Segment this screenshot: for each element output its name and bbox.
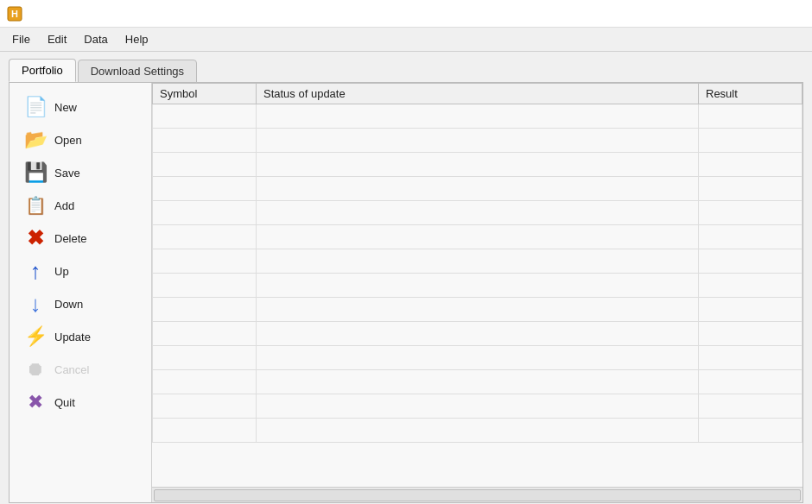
menu-help[interactable]: Help	[117, 31, 157, 47]
table-cell	[699, 153, 802, 177]
up-icon: ↑	[23, 259, 48, 283]
table-cell	[257, 346, 699, 370]
tab-portfolio[interactable]: Portfolio	[9, 59, 76, 82]
table-row[interactable]	[153, 201, 802, 225]
table-cell	[153, 201, 257, 225]
table-row[interactable]	[153, 394, 802, 419]
table-row[interactable]	[153, 298, 802, 322]
panel: 📄 New 📂 Open 💾 Save 📋 Add ✖ Delete ↑	[9, 82, 803, 503]
table-cell	[257, 129, 699, 153]
table-cell	[153, 419, 257, 443]
tab-download-settings[interactable]: Download Settings	[78, 60, 197, 83]
table-cell	[699, 177, 802, 201]
table-cell	[153, 322, 257, 346]
table-row[interactable]	[153, 370, 802, 394]
table-cell	[153, 298, 257, 322]
table-cell	[699, 225, 802, 249]
main-content: Portfolio Download Settings 📄 New 📂 Open…	[0, 52, 812, 504]
toolbar-quit[interactable]: ✖ Quit	[18, 387, 143, 418]
table-row[interactable]	[153, 346, 802, 370]
table-cell	[257, 370, 699, 394]
table-cell	[153, 370, 257, 394]
cancel-icon: ⏺	[23, 357, 48, 381]
menu-edit[interactable]: Edit	[39, 31, 75, 47]
menu-data[interactable]: Data	[75, 31, 116, 47]
table-row[interactable]	[153, 419, 802, 443]
table-cell	[257, 153, 699, 177]
table-cell	[699, 370, 802, 394]
table-row[interactable]	[153, 177, 802, 201]
table-scroll[interactable]: Symbol Status of update Result	[152, 83, 802, 487]
table-cell	[257, 225, 699, 249]
toolbar-down[interactable]: ↓ Down	[18, 288, 143, 319]
col-status: Status of update	[257, 84, 699, 104]
up-label: Up	[54, 265, 69, 278]
add-label: Add	[54, 199, 74, 212]
table-row[interactable]	[153, 322, 802, 346]
table-cell	[699, 394, 802, 419]
table-cell	[257, 322, 699, 346]
table-cell	[699, 201, 802, 225]
table-cell	[257, 249, 699, 274]
horizontal-scrollbar[interactable]	[152, 487, 802, 502]
toolbar: 📄 New 📂 Open 💾 Save 📋 Add ✖ Delete ↑	[10, 83, 152, 502]
toolbar-save[interactable]: 💾 Save	[18, 157, 143, 188]
new-label: New	[54, 101, 77, 114]
table-header-row: Symbol Status of update Result	[153, 84, 802, 104]
quit-icon: ✖	[23, 390, 48, 414]
down-icon: ↓	[23, 292, 48, 316]
table-cell	[153, 225, 257, 249]
table-cell	[153, 394, 257, 419]
table-cell	[699, 249, 802, 274]
table-cell	[699, 419, 802, 443]
add-icon: 📋	[23, 193, 48, 217]
new-icon: 📄	[23, 95, 48, 119]
scrollbar-track	[154, 489, 801, 501]
table-row[interactable]	[153, 153, 802, 177]
table-cell	[699, 322, 802, 346]
toolbar-up[interactable]: ↑ Up	[18, 255, 143, 287]
toolbar-add[interactable]: 📋 Add	[18, 190, 143, 221]
delete-icon: ✖	[23, 226, 48, 250]
table-cell	[699, 104, 802, 129]
window-controls	[726, 4, 805, 23]
toolbar-new[interactable]: 📄 New	[18, 91, 143, 123]
app-icon: H	[7, 6, 22, 22]
table-cell	[153, 177, 257, 201]
toolbar-delete[interactable]: ✖ Delete	[18, 223, 143, 254]
data-table: Symbol Status of update Result	[152, 83, 802, 443]
col-symbol: Symbol	[153, 84, 257, 104]
maximize-button[interactable]	[753, 4, 777, 23]
menu-file[interactable]: File	[3, 31, 39, 47]
open-label: Open	[54, 134, 82, 147]
save-label: Save	[54, 167, 80, 180]
save-icon: 💾	[23, 161, 48, 185]
table-cell	[257, 201, 699, 225]
table-cell	[153, 249, 257, 274]
close-button[interactable]	[781, 4, 805, 23]
minimize-button[interactable]	[726, 4, 750, 23]
update-icon: ⚡	[23, 324, 48, 349]
tab-bar: Portfolio Download Settings	[9, 59, 803, 82]
col-result: Result	[699, 84, 802, 104]
open-icon: 📂	[23, 128, 48, 152]
table-cell	[153, 346, 257, 370]
title-bar: H	[0, 0, 812, 28]
table-cell	[699, 346, 802, 370]
table-cell	[699, 274, 802, 298]
table-cell	[257, 274, 699, 298]
table-cell	[257, 104, 699, 129]
table-row[interactable]	[153, 274, 802, 298]
quit-label: Quit	[54, 396, 75, 409]
toolbar-update[interactable]: ⚡ Update	[18, 321, 143, 352]
table-row[interactable]	[153, 225, 802, 249]
table-row[interactable]	[153, 249, 802, 274]
table-row[interactable]	[153, 104, 802, 129]
update-label: Update	[54, 331, 91, 343]
table-cell	[257, 177, 699, 201]
table-row[interactable]	[153, 129, 802, 153]
table-area: Symbol Status of update Result	[152, 83, 802, 502]
toolbar-open[interactable]: 📂 Open	[18, 124, 143, 155]
svg-text:H: H	[11, 9, 18, 19]
down-label: Down	[54, 298, 83, 311]
